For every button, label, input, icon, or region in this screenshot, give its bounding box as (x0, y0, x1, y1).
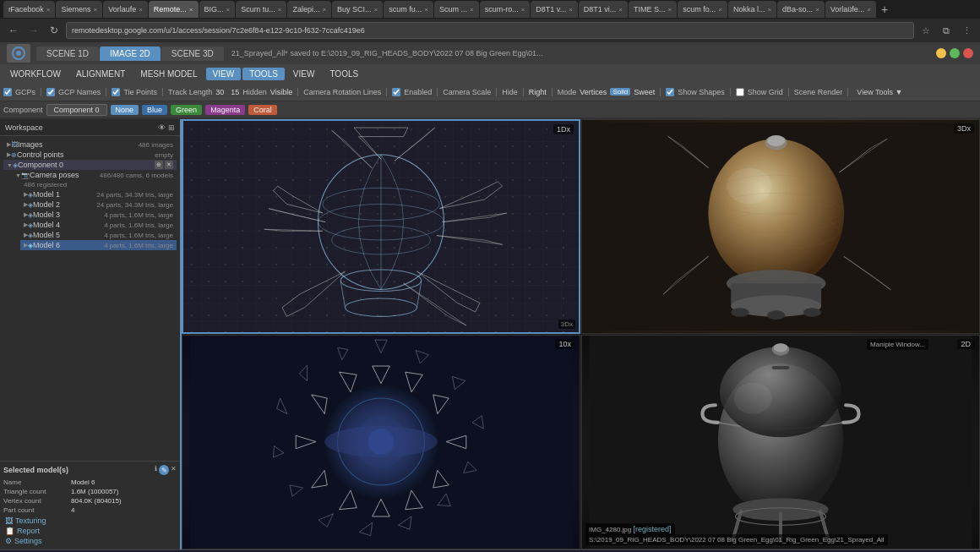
tab-scum1[interactable]: Scum tu... × (236, 1, 286, 18)
show-shapes-checkbox[interactable] (666, 88, 674, 96)
back-button[interactable]: ← (5, 22, 22, 39)
tab-scum4[interactable]: scum-ro... × (480, 1, 531, 18)
tree-item-images[interactable]: ▶ 🖼 Images 486 images (3, 139, 177, 150)
svg-point-49 (324, 426, 438, 457)
gcps-label: GCPs (15, 88, 35, 96)
tab-remote[interactable]: Remote... × (149, 1, 199, 18)
tab-d8t1b[interactable]: D8T1 vi... × (579, 1, 628, 18)
refresh-button[interactable]: ↻ (46, 22, 63, 39)
selected-panel: Selected model(s) ℹ ✎ ✕ Name Model 6 Tri… (0, 461, 180, 549)
component-selector[interactable]: Component 0 (46, 104, 107, 116)
tab-time[interactable]: TIME S... × (629, 1, 677, 18)
viewport-top-right[interactable]: 3Dx (581, 119, 980, 334)
color-tab-coral[interactable]: Coral (248, 105, 277, 115)
view-tools-button[interactable]: View Tools ▼ (852, 86, 907, 98)
selected-icon-info[interactable]: ℹ (155, 465, 157, 475)
tab-vorlaufe[interactable]: Vorlaufe × (103, 1, 148, 18)
tab-big[interactable]: BIG... × (199, 1, 236, 18)
tab-vorl2[interactable]: Vorlaüfe... × (825, 1, 876, 18)
gcp-names-section: GCP Names (46, 88, 106, 96)
scene-tab-2d[interactable]: IMAGE 2D (100, 46, 161, 61)
extensions-button[interactable]: ⧉ (938, 22, 955, 39)
menu-tools2[interactable]: TOOLS (323, 68, 365, 80)
component-close-btn[interactable]: ✕ (165, 161, 173, 169)
tab-buy[interactable]: Buy SCI... × (332, 1, 383, 18)
track-length-section: Track Length 30 15 Hidden Visible (168, 88, 298, 96)
component-action-btn[interactable]: ⊕ (155, 161, 163, 169)
menu-tools1[interactable]: TOOLS (242, 68, 285, 80)
color-tab-magenta[interactable]: Magenta (205, 105, 245, 115)
tab-scum2[interactable]: scum fu... × (384, 1, 433, 18)
color-tab-none[interactable]: None (111, 105, 139, 115)
tree-item-model2[interactable]: ▶ ◈ Model 2 24 parts, 34.3M tris, large (20, 199, 177, 210)
show-grid-section: Show Grid (736, 88, 789, 96)
tree-item-model4[interactable]: ▶ ◈ Model 4 4 parts, 1.6M tris, large (20, 220, 177, 230)
address-input[interactable]: remotedesktop.google.com/u/1/access/sess… (66, 22, 914, 39)
mode-section: Mode Vertices Solid Sweet (558, 88, 661, 96)
tab-dba[interactable]: dBa-so... × (777, 1, 825, 18)
menu-mesh-model[interactable]: MESH MODEL (133, 68, 204, 80)
tree-item-component0[interactable]: ▼ ◈ Component 0 ⊕ ✕ (3, 160, 177, 170)
menu-alignment[interactable]: ALIGNMENT (69, 68, 132, 80)
menu-view1[interactable]: VIEW (206, 68, 242, 80)
tab-scum3[interactable]: Scum ... × (434, 1, 479, 18)
hidden-label: Hidden (242, 88, 267, 96)
scene-tab-1d[interactable]: SCENE 1D (36, 46, 99, 61)
tree-item-model6[interactable]: ▶ ◈ Model 6 4 parts, 1.6M tris, large (20, 240, 177, 250)
enabled-checkbox[interactable] (392, 88, 400, 96)
action-texturing[interactable]: 🖼 Texturing (3, 516, 177, 526)
selected-icon-close[interactable]: ✕ (171, 465, 177, 475)
tree-item-model3[interactable]: ▶ ◈ Model 3 4 parts, 1.6M tris, large (20, 210, 177, 220)
file-info-name: IMG_4280.jpg [registered] (585, 523, 675, 535)
panel-icon-eye[interactable]: 👁 (158, 123, 166, 132)
window-controls (936, 48, 973, 58)
tab-scum5[interactable]: scum fo... × (678, 1, 727, 18)
selected-title: Selected model(s) (3, 466, 68, 474)
camera-scale-section: Camera Scale (443, 88, 497, 96)
sub-toolbar: GCPs GCP Names Tie Points Track Length 3… (0, 83, 980, 101)
viewport-top-left[interactable]: 1Dx 3Dx (182, 119, 580, 334)
tree-item-camera-poses[interactable]: ▼ 📷 Camera poses 486/486 cams, 6 models (12, 170, 177, 180)
solid-button[interactable]: Solid (610, 88, 630, 96)
close-button[interactable] (963, 48, 973, 58)
forward-button[interactable]: → (25, 22, 42, 39)
report-icon: 📋 (5, 527, 14, 535)
panel-icon-filter[interactable]: ⊞ (168, 123, 175, 132)
action-settings[interactable]: ⚙ Settings (3, 536, 177, 546)
svg-rect-81 (772, 366, 790, 369)
new-tab-button[interactable]: + (877, 2, 892, 17)
tab-nokka[interactable]: Nokka l... × (728, 1, 776, 18)
hide-section: Hide (502, 88, 524, 96)
maximize-button[interactable] (950, 48, 960, 58)
panel-icons: 👁 ⊞ (158, 123, 175, 132)
color-tab-blue[interactable]: Blue (142, 105, 167, 115)
bookmark-button[interactable]: ☆ (917, 22, 934, 39)
viewport-bottom-left[interactable]: 10x (182, 335, 580, 549)
gcps-checkbox[interactable] (3, 88, 12, 96)
tab-d8t1a[interactable]: D8T1 v... × (531, 1, 578, 18)
tie-points-checkbox[interactable] (112, 88, 120, 96)
tab-zalepi[interactable]: Zalepi... × (287, 1, 331, 18)
menu-button[interactable]: ⋮ (958, 22, 975, 39)
viewport-bottom-right[interactable]: 2D S:\2019_09_RIG_HEADS_BODY\2022 07 08 … (581, 335, 980, 549)
app: SCENE 1D IMAGE 2D SCENE 3D 21_Sprayed_Al… (0, 42, 980, 549)
show-grid-checkbox[interactable] (736, 88, 744, 96)
tree-item-model5[interactable]: ▶ ◈ Model 5 4 parts, 1.6M tris, large (20, 230, 177, 240)
action-report[interactable]: 📋 Report (3, 526, 177, 536)
viewport-tr-label: 3Dx (954, 123, 974, 134)
menu-view2[interactable]: VIEW (286, 68, 322, 80)
tree-item-model1[interactable]: ▶ ◈ Model 1 24 parts, 34.3M tris, large (20, 189, 177, 199)
tree-item-control-points[interactable]: ▶ ⊕ Control points empty (3, 150, 177, 160)
svg-point-87 (733, 383, 771, 414)
menu-workflow[interactable]: WORKFLOW (3, 68, 68, 80)
minimize-button[interactable] (936, 48, 946, 58)
tab-siemens[interactable]: Siemens × (56, 1, 102, 18)
tab-facebook[interactable]: f Facebook × (3, 1, 55, 18)
color-tab-green[interactable]: Green (171, 105, 202, 115)
gcp-names-checkbox[interactable] (46, 88, 55, 96)
tie-points-label: Tie Points (123, 88, 157, 96)
selected-icon-edit[interactable]: ✎ (159, 465, 169, 475)
viewport-tl-label: 1Dx (553, 124, 574, 134)
app-icon[interactable] (7, 44, 30, 63)
scene-tab-3d[interactable]: SCENE 3D (161, 46, 224, 61)
